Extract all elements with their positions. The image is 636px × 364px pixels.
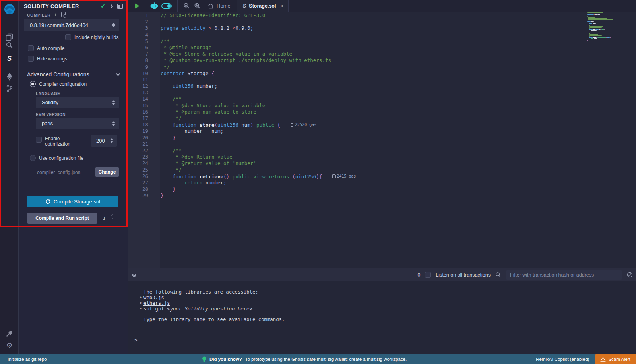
auto-compile-label: Auto compile [37, 46, 64, 51]
hide-warnings-row: Hide warnings [28, 56, 67, 62]
terminal-link[interactable]: web3.js [143, 295, 164, 300]
hide-warnings-label: Hide warnings [37, 56, 67, 62]
nightly-builds-label: Include nightly builds [74, 35, 118, 40]
enable-optimization-label: Enable optimization [45, 136, 70, 147]
activity-bar: S ⚙ [0, 0, 19, 354]
advanced-configurations-header[interactable]: Advanced Configurations [27, 71, 120, 77]
terminal-header: 0 Listen on all transactions [128, 268, 636, 281]
language-value: Solidity [42, 99, 58, 105]
enable-optimization-row: Enable optimization [36, 136, 70, 147]
remix-logo[interactable] [0, 2, 19, 17]
compiler-configuration-radio[interactable] [30, 81, 36, 87]
auto-compile-checkbox[interactable] [28, 45, 34, 51]
compiler-section-label: COMPILER [27, 13, 50, 17]
sidebar-item-solidity-compiler[interactable]: S [0, 52, 19, 66]
remix-ide-app: S ⚙ SOLIDITY COMPILER [0, 0, 636, 354]
terminal-output[interactable]: The following libraries are accessible:•… [128, 281, 636, 354]
change-config-button[interactable]: Change [95, 167, 119, 177]
stepper-arrows-icon[interactable] [110, 138, 113, 143]
scam-alert-button[interactable]: Scam Alert [595, 354, 636, 364]
nightly-builds-checkbox[interactable] [65, 34, 71, 40]
evm-version-select[interactable]: paris [36, 118, 119, 129]
compile-success-check-icon: ✓ [101, 3, 105, 9]
hide-warnings-checkbox[interactable] [28, 56, 34, 62]
compiler-configuration-label: Compiler configuration [39, 81, 87, 87]
copy-icon[interactable] [111, 215, 114, 219]
terminal-lines: The following libraries are accessible:•… [143, 290, 285, 323]
listen-transactions-checkbox[interactable] [425, 272, 431, 278]
terminal-prompt: > [134, 337, 137, 343]
warning-icon [600, 357, 606, 362]
gear-icon: ⚙ [6, 341, 12, 350]
search-icon [6, 41, 13, 49]
close-icon[interactable]: × [280, 2, 283, 9]
compile-button-label: Compile Storage.sol [54, 199, 100, 205]
code-editor[interactable]: 1// SPDX-License-Identifier: GPL-3.023pr… [128, 12, 636, 279]
remix-logo-icon [3, 3, 16, 16]
enable-optimization-checkbox[interactable] [36, 137, 42, 143]
compile-button[interactable]: Compile Storage.sol [27, 196, 118, 207]
sidebar-item-settings[interactable]: ⚙ [0, 339, 19, 352]
sidebar-item-git[interactable] [0, 82, 19, 95]
panel-title: SOLIDITY COMPILER [24, 3, 79, 9]
compiler-version-select[interactable]: 0.8.19+commit.7dd6d404 [24, 19, 119, 31]
language-select[interactable]: Solidity [36, 97, 119, 108]
copilot-status[interactable]: RemixAI Copilot (enabled) [536, 357, 589, 362]
did-you-know-tip: Did you know? To prototype using the Gno… [202, 356, 407, 362]
bulb-icon [202, 356, 206, 362]
use-configuration-file-radio[interactable] [30, 155, 36, 161]
main-area: Home S Storage.sol × 1// SPDX-License-Id… [128, 0, 636, 354]
pin-panel-icon[interactable] [117, 4, 123, 9]
optimization-runs-value: 200 [96, 138, 105, 144]
zoom-out-icon[interactable] [183, 2, 190, 9]
solidity-compiler-icon: S [7, 55, 12, 63]
run-script-play-button[interactable] [135, 3, 140, 9]
optimization-runs-input[interactable]: 200 [91, 135, 117, 147]
git-branch-icon [6, 85, 13, 93]
add-compiler-icon[interactable]: + [54, 11, 57, 18]
editor-minimap[interactable] [587, 12, 623, 41]
tip-title: Did you know? [209, 357, 242, 362]
advanced-configurations-label: Advanced Configurations [27, 71, 89, 77]
use-configuration-file-label: Use configuration file [39, 155, 83, 161]
home-tab[interactable]: Home [208, 3, 231, 9]
transaction-count: 0 [417, 272, 420, 278]
ai-copilot-robot-icon[interactable] [150, 2, 158, 10]
git-init-status[interactable]: Initialize as git repo [8, 357, 47, 362]
evm-version-label: EVM VERSION [36, 112, 66, 117]
collapse-terminal-icon[interactable] [133, 273, 136, 277]
sidebar-item-search[interactable] [0, 38, 19, 52]
language-label: LANGUAGE [36, 91, 60, 96]
ai-copilot-toggle[interactable] [161, 3, 172, 9]
panel-divider [19, 192, 128, 192]
compiler-version-value: 0.8.19+commit.7dd6d404 [30, 22, 88, 28]
select-arrows-icon [112, 100, 115, 105]
compile-and-run-button[interactable]: Compile and Run script [27, 213, 97, 224]
config-file-name: compiler_config.json [37, 170, 80, 175]
open-file-icon[interactable] [61, 12, 66, 17]
code-lines: 1// SPDX-License-Identifier: GPL-3.023pr… [128, 12, 636, 199]
home-icon [208, 3, 214, 9]
tab-storage-sol[interactable]: S Storage.sol × [237, 0, 289, 12]
evm-version-value: paris [42, 120, 53, 126]
nightly-builds-row: Include nightly builds [65, 34, 118, 40]
terminal-link[interactable]: ethers.js [143, 300, 170, 306]
info-icon[interactable]: i [103, 215, 105, 221]
terminal-search-icon[interactable] [495, 272, 501, 278]
sidebar-item-plugin-manager[interactable] [0, 327, 19, 340]
auto-compile-row: Auto compile [28, 45, 64, 51]
ethereum-icon [6, 72, 13, 81]
editor-topbar: Home S Storage.sol × [128, 0, 636, 12]
listen-transactions-label: Listen on all transactions [436, 272, 491, 278]
transaction-filter-input[interactable] [506, 270, 622, 280]
refresh-icon [45, 199, 50, 204]
use-configuration-file-row: Use configuration file [30, 155, 83, 161]
scam-alert-label: Scam Alert [608, 357, 630, 362]
zoom-in-icon[interactable] [194, 2, 201, 9]
plug-icon [6, 330, 13, 337]
chevron-right-icon[interactable] [109, 4, 113, 8]
status-bar: Initialize as git repo Did you know? To … [0, 354, 636, 364]
clear-console-icon[interactable] [627, 272, 633, 278]
sidebar-item-deploy-run[interactable] [0, 70, 19, 83]
select-arrows-icon [112, 121, 115, 126]
